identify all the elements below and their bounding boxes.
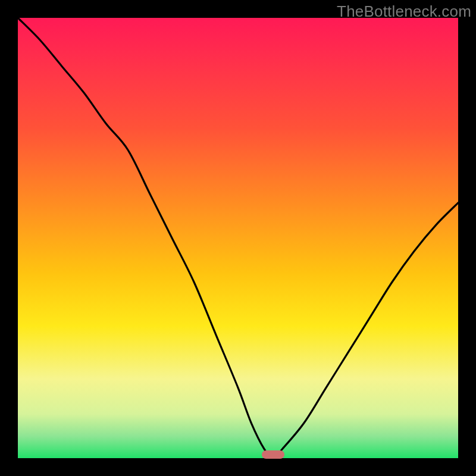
- bottleneck-curve: [18, 18, 458, 458]
- optimal-marker: [262, 450, 284, 459]
- curve-path: [18, 18, 458, 458]
- chart-frame: TheBottleneck.com: [0, 0, 476, 476]
